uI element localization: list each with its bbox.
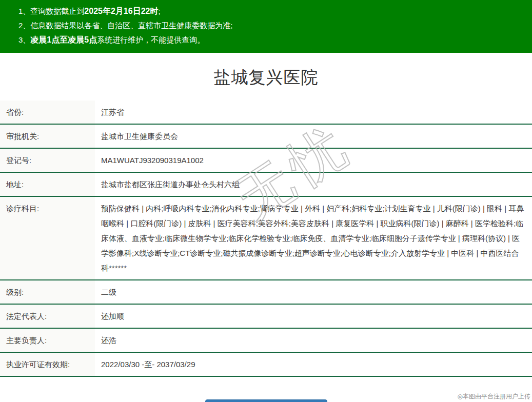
notice-line-3-bold: 凌晨1点至凌晨5点 [30,35,97,44]
notice-line-1: 1、查询数据截止到2025年2月16日22时; [18,4,522,18]
row-value-registration-number: MA1WUATJ932090319A1002 [95,148,532,172]
row-label-main-person-in-charge: 主要负责人: [0,328,95,352]
notice-line-1-text: 1、查询数据截止到 [18,7,84,15]
row-label-approval-authority: 审批机关: [0,124,95,148]
row-value-level: 二级 [95,280,532,304]
close-window-button[interactable]: 〖关闭窗口〗 [205,399,327,402]
table-row-approval-authority: 审批机关: 盐城市卫生健康委员会 [0,124,532,148]
table-row-province: 省份: 江苏省 [0,100,532,124]
table-row-address: 地址: 盐城市盐都区张庄街道办事处仓头村六组 [0,172,532,196]
row-value-main-person-in-charge: 还浩 [95,328,532,352]
table-row-treatment-subjects: 诊疗科目: 预防保健科 | 内科;呼吸内科专业;消化内科专业;肾病学专业 | 外… [0,196,532,280]
notice-line-2: 2、信息数据结果以各省、自治区、直辖市卫生健康委数据为准; [18,18,522,33]
notice-line-1-suffix: ; [158,7,160,15]
notice-line-1-bold: 2025年2月16日22时 [84,7,158,15]
button-row: 〖关闭窗口〗 [0,399,532,402]
hospital-info-table: 省份: 江苏省 审批机关: 盐城市卫生健康委员会 登记号: MA1WUATJ93… [0,100,532,377]
row-label-level: 级别: [0,280,95,304]
row-value-treatment-subjects: 预防保健科 | 内科;呼吸内科专业;消化内科专业;肾病学专业 | 外科 | 妇产… [95,196,532,280]
table-row-legal-representative: 法定代表人: 还加顺 [0,304,532,328]
row-value-province: 江苏省 [95,100,532,124]
table-row-license-validity: 执业许可证有效期: 2022/03/30 -至- 2037/03/29 [0,352,532,376]
notice-line-2-text: 2、信息数据结果以各省、自治区、直辖市卫生健康委数据为准; [18,21,233,30]
row-label-address: 地址: [0,172,95,196]
row-label-license-validity: 执业许可证有效期: [0,352,95,376]
row-value-approval-authority: 盐城市卫生健康委员会 [95,124,532,148]
row-label-legal-representative: 法定代表人: [0,304,95,328]
row-label-registration-number: 登记号: [0,148,95,172]
notice-line-3-text: 3、 [18,35,30,44]
table-row-registration-number: 登记号: MA1WUATJ932090319A1002 [0,148,532,172]
table-row-level: 级别: 二级 [0,280,532,304]
notice-line-3-suffix: 系统进行维护，不能提供查询。 [97,35,205,44]
row-value-legal-representative: 还加顺 [95,304,532,328]
row-value-license-validity: 2022/03/30 -至- 2037/03/29 [95,352,532,376]
row-value-address: 盐城市盐都区张庄街道办事处仓头村六组 [95,172,532,196]
table-row-main-person-in-charge: 主要负责人: 还浩 [0,328,532,352]
notice-line-3: 3、凌晨1点至凌晨5点系统进行维护，不能提供查询。 [18,33,522,47]
row-label-treatment-subjects: 诊疗科目: [0,196,95,280]
hospital-title: 盐城复兴医院 [0,66,532,89]
row-label-province: 省份: [0,100,95,124]
notice-banner: 1、查询数据截止到2025年2月16日22时; 2、信息数据结果以各省、自治区、… [0,0,532,53]
